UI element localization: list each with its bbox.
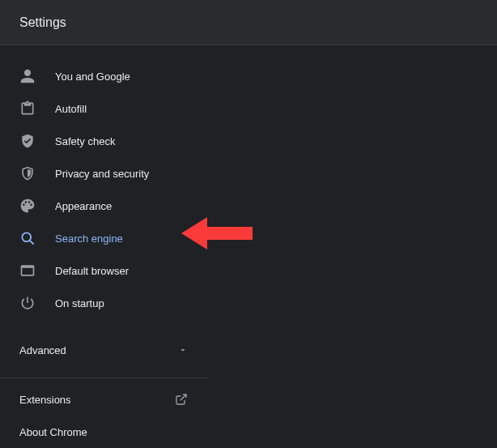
svg-line-2 bbox=[181, 395, 186, 400]
sidebar-item-label: Appearance bbox=[55, 200, 112, 212]
chevron-down-icon bbox=[178, 345, 188, 355]
about-label: About Chrome bbox=[19, 426, 87, 438]
sidebar-item-label: Default browser bbox=[55, 265, 129, 277]
sidebar-item-privacy-security[interactable]: Privacy and security bbox=[0, 157, 207, 190]
person-icon bbox=[19, 68, 36, 84]
settings-header: Settings bbox=[0, 0, 497, 45]
svg-line-1 bbox=[30, 241, 34, 245]
sidebar-item-appearance[interactable]: Appearance bbox=[0, 190, 207, 222]
sidebar-advanced-toggle[interactable]: Advanced bbox=[0, 334, 207, 366]
sidebar-item-label: Privacy and security bbox=[55, 168, 149, 180]
browser-icon bbox=[19, 262, 36, 279]
sidebar-item-label: On startup bbox=[55, 297, 104, 309]
open-external-icon bbox=[175, 393, 188, 406]
sidebar-item-about-chrome[interactable]: About Chrome bbox=[0, 416, 207, 448]
power-icon bbox=[19, 295, 36, 311]
shield-check-icon bbox=[19, 133, 36, 149]
palette-icon bbox=[19, 198, 36, 214]
sidebar-item-search-engine[interactable]: Search engine bbox=[0, 222, 207, 254]
settings-sidebar: You and Google Autofill Safety check Pri… bbox=[0, 45, 207, 448]
sidebar-item-autofill[interactable]: Autofill bbox=[0, 92, 207, 125]
sidebar-item-label: Autofill bbox=[55, 103, 87, 115]
shield-icon bbox=[19, 165, 36, 181]
sidebar-item-you-and-google[interactable]: You and Google bbox=[0, 60, 207, 92]
annotation-arrow bbox=[181, 215, 254, 251]
sidebar-item-on-startup[interactable]: On startup bbox=[0, 287, 207, 319]
sidebar-item-label: Safety check bbox=[55, 135, 115, 147]
svg-marker-3 bbox=[181, 217, 253, 250]
extensions-label: Extensions bbox=[19, 394, 71, 406]
search-icon bbox=[19, 230, 36, 246]
divider bbox=[0, 378, 207, 378]
advanced-label: Advanced bbox=[19, 344, 66, 356]
sidebar-item-default-browser[interactable]: Default browser bbox=[0, 254, 207, 287]
sidebar-item-label: Search engine bbox=[55, 233, 123, 245]
svg-point-0 bbox=[22, 233, 31, 241]
sidebar-item-extensions[interactable]: Extensions bbox=[0, 383, 207, 416]
sidebar-item-safety-check[interactable]: Safety check bbox=[0, 125, 207, 157]
clipboard-icon bbox=[19, 100, 36, 117]
page-title: Settings bbox=[19, 15, 66, 30]
sidebar-item-label: You and Google bbox=[55, 70, 130, 83]
